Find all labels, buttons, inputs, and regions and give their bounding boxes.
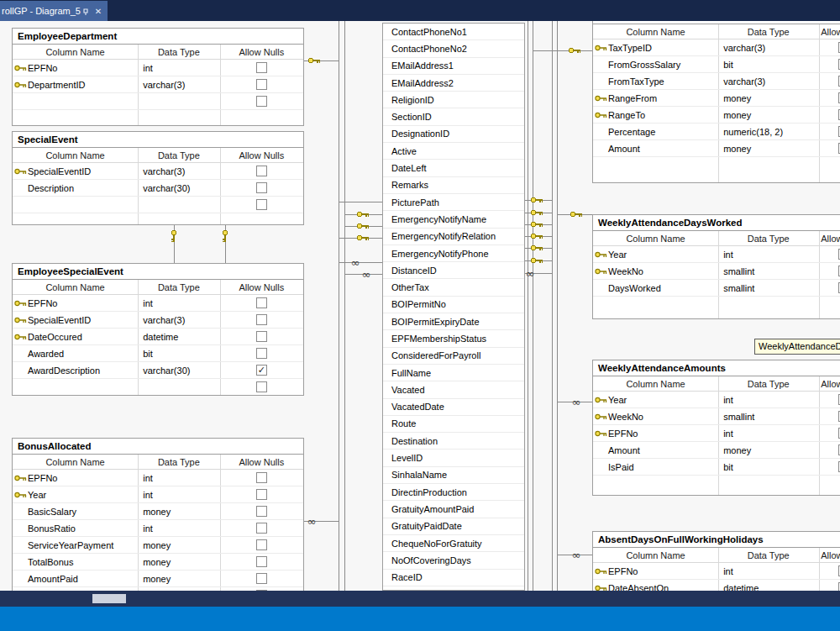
column-row[interactable]: SpecialEventIDvarchar(3) <box>13 312 303 329</box>
column-row[interactable]: VacatedDate <box>383 399 524 416</box>
table-employee-special-event[interactable]: EmployeeSpecialEventColumn NameData Type… <box>12 263 304 396</box>
column-row[interactable]: DepartmentIDvarchar(3) <box>13 76 303 93</box>
allow-nulls-checkbox[interactable] <box>256 472 267 483</box>
horizontal-scrollbar-thumb[interactable] <box>92 594 126 603</box>
table-title[interactable]: EmployeeSpecialEvent <box>13 264 303 280</box>
column-row[interactable]: EmergencyNotifyName <box>383 211 524 228</box>
column-row[interactable]: PicturePath <box>383 194 524 211</box>
column-row[interactable]: Route <box>383 416 524 433</box>
column-row[interactable]: EmergencyNotifyRelation <box>383 229 524 245</box>
column-row[interactable] <box>13 197 303 213</box>
column-row[interactable]: SpecialEventIDvarchar(3) <box>13 163 303 180</box>
table-title[interactable]: WeeklyAttendanceAmounts <box>593 360 840 376</box>
column-row[interactable]: BOIPermitExpiryDate <box>383 313 524 330</box>
table-absent-days-on-full-working-holidays[interactable]: AbsentDaysOnFullWorkingHolidaysColumn Na… <box>592 531 840 591</box>
allow-nulls-checkbox[interactable] <box>256 365 267 376</box>
column-row[interactable]: Active <box>383 143 524 160</box>
column-row[interactable]: TotalBonusmoney <box>13 554 303 571</box>
column-row[interactable]: EmergencyNotifyPhone <box>383 245 524 262</box>
allow-nulls-checkbox[interactable] <box>256 166 267 176</box>
table-employee-department[interactable]: EmployeeDepartmentColumn NameData TypeAl… <box>12 28 304 126</box>
table-special-event[interactable]: SpecialEventColumn NameData TypeAllow Nu… <box>12 131 304 225</box>
column-row[interactable]: DistanceID <box>383 262 524 279</box>
column-row[interactable]: EPFNoint <box>13 60 303 76</box>
column-row[interactable]: DirectinProduction <box>383 484 524 501</box>
table-title[interactable]: SpecialEvent <box>13 132 303 148</box>
allow-nulls-checkbox[interactable] <box>256 573 267 584</box>
allow-nulls-checkbox[interactable] <box>256 523 267 534</box>
column-row[interactable]: GratuityPaidDate <box>383 518 524 535</box>
column-row[interactable]: EPFMembershipStatus <box>383 330 524 347</box>
table-title[interactable]: BonusAllocated <box>13 439 303 455</box>
column-row[interactable]: DateOccureddatetime <box>13 329 303 345</box>
column-row[interactable]: EMailAddress1 <box>383 58 524 75</box>
allow-nulls-checkbox[interactable] <box>256 489 267 500</box>
diagram-canvas[interactable]: ∞ ∞ ∞ ∞ ∞ ∞ WeeklyAttendanceDay Employee… <box>0 21 840 591</box>
table-employee-columns[interactable]: ContactPhoneNo1ContactPhoneNo2EMailAddre… <box>382 23 525 591</box>
table-title[interactable]: WeeklyAttendanceDaysWorked <box>593 215 840 231</box>
column-row[interactable]: TaxTypeIDvarchar(3) <box>593 39 840 56</box>
column-row[interactable]: ConsideredForPayroll <box>383 348 524 365</box>
column-row[interactable]: RangeFrommoney <box>593 90 840 107</box>
column-row[interactable]: Yearint <box>593 392 840 408</box>
allow-nulls-checkbox[interactable] <box>256 590 267 591</box>
pin-icon[interactable] <box>81 5 92 17</box>
column-row[interactable]: DateAbsentOndatetime <box>593 580 840 591</box>
column-row[interactable]: ReligionID <box>383 92 524 108</box>
allow-nulls-checkbox[interactable] <box>256 96 267 107</box>
table-tax-type[interactable]: Column NameData TypeAllow NullsTaxTypeID… <box>592 21 840 183</box>
table-bonus-allocated[interactable]: BonusAllocatedColumn NameData TypeAllow … <box>12 438 304 591</box>
column-row[interactable]: AmountPaidmoney <box>13 571 303 587</box>
column-row[interactable]: UserIDuniqueidentifier <box>13 587 303 591</box>
allow-nulls-checkbox[interactable] <box>256 62 267 73</box>
close-icon[interactable]: ✕ <box>92 5 104 17</box>
allow-nulls-checkbox[interactable] <box>256 331 267 342</box>
column-row[interactable]: Yearint <box>593 246 840 263</box>
column-row[interactable]: DaysWorkedsmallint <box>593 280 840 297</box>
column-row[interactable]: EPFNoint <box>593 563 840 580</box>
column-row[interactable]: Destination <box>383 433 524 450</box>
column-row[interactable]: FromGrossSalarybit <box>593 56 840 73</box>
column-row[interactable]: LevelID <box>383 450 524 466</box>
column-row[interactable]: EPFNoint <box>13 470 303 486</box>
column-row[interactable]: IsPaidbit <box>593 459 840 476</box>
column-row[interactable]: EPFNoint <box>593 425 840 442</box>
column-row[interactable]: Percentagenumeric(18, 2) <box>593 124 840 140</box>
column-row[interactable]: SinhalaName <box>383 467 524 484</box>
allow-nulls-checkbox[interactable] <box>256 297 267 308</box>
column-row[interactable]: ServiceYearPaymentmoney <box>13 537 303 554</box>
allow-nulls-checkbox[interactable] <box>256 539 267 550</box>
column-row[interactable]: DateLeft <box>383 160 524 176</box>
tab-diagram5[interactable]: rollGP - Diagram_5 ✕ <box>0 1 108 21</box>
column-row[interactable]: Amountmoney <box>593 442 840 459</box>
allow-nulls-checkbox[interactable] <box>256 556 267 567</box>
column-row[interactable]: SectionID <box>383 108 524 125</box>
allow-nulls-checkbox[interactable] <box>256 506 267 517</box>
column-row[interactable]: AwardDescriptionvarchar(30) <box>13 362 303 379</box>
column-row[interactable]: BasicSalarymoney <box>13 503 303 520</box>
column-row[interactable]: DesignationID <box>383 126 524 143</box>
column-row[interactable] <box>13 379 303 395</box>
column-row[interactable]: BOIPermitNo <box>383 297 524 313</box>
allow-nulls-checkbox[interactable] <box>256 381 267 392</box>
allow-nulls-checkbox[interactable] <box>256 182 267 193</box>
column-row[interactable] <box>13 93 303 110</box>
column-row[interactable]: Yearint <box>13 486 303 503</box>
column-row[interactable]: WeekNosmallint <box>593 263 840 280</box>
table-title[interactable]: AbsentDaysOnFullWorkingHolidays <box>593 532 840 548</box>
allow-nulls-checkbox[interactable] <box>256 79 267 90</box>
table-title[interactable]: EmployeeDepartment <box>13 29 303 45</box>
column-row[interactable]: NoOfCoveringDays <box>383 552 524 569</box>
allow-nulls-checkbox[interactable] <box>256 199 267 210</box>
column-row[interactable]: Descriptionvarchar(30) <box>13 180 303 197</box>
column-row[interactable]: ChequeNoForGratuity <box>383 535 524 552</box>
column-row[interactable]: ProductionLineNo <box>383 586 524 590</box>
horizontal-scrollbar[interactable] <box>0 591 840 607</box>
column-row[interactable]: RaceID <box>383 570 524 586</box>
table-weekly-attendance-amounts[interactable]: WeeklyAttendanceAmountsColumn NameData T… <box>592 360 840 496</box>
column-row[interactable]: Remarks <box>383 177 524 194</box>
allow-nulls-checkbox[interactable] <box>256 314 267 325</box>
column-row[interactable]: OtherTax <box>383 279 524 296</box>
column-row[interactable]: ContactPhoneNo1 <box>383 24 524 40</box>
column-row[interactable]: Amountmoney <box>593 140 840 157</box>
